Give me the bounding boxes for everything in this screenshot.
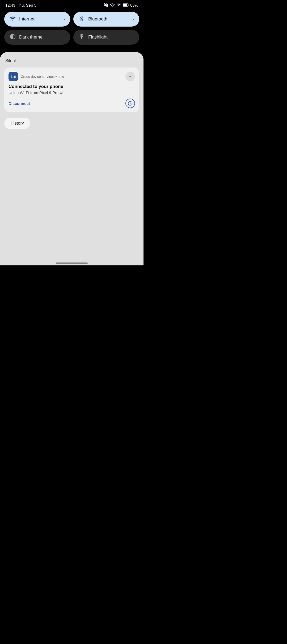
notification-card: Cross-device services • now Connected to… — [4, 67, 139, 112]
flashlight-icon — [79, 33, 85, 41]
notif-body: Using Wi-Fi from Pixel 9 Pro XL — [9, 90, 135, 95]
dark-theme-icon — [10, 33, 16, 41]
qs-tile-bluetooth[interactable]: Bluetooth › — [73, 12, 139, 27]
notification-panel: Silent Cross-device services • now Conne… — [0, 52, 144, 259]
cross-device-icon — [9, 72, 18, 81]
notif-source: Cross-device services • now — [21, 75, 123, 79]
quick-settings: Internet › Bluetooth › Dark theme — [0, 10, 144, 52]
qs-row-2: Dark theme Flashlight — [4, 30, 139, 45]
home-bar — [56, 262, 88, 264]
internet-chevron: › — [64, 17, 65, 22]
silent-label: Silent — [4, 58, 139, 63]
qs-tile-flashlight[interactable]: Flashlight — [73, 30, 139, 45]
dark-theme-label: Dark theme — [19, 35, 43, 40]
wifi-icon — [10, 15, 16, 23]
signal-icon — [116, 3, 121, 7]
qs-row-1: Internet › Bluetooth › — [4, 12, 139, 27]
status-bar: 12:43 Thu, Sep 5 83% — [0, 0, 144, 10]
notif-expand-button[interactable] — [125, 72, 135, 81]
qs-tile-internet[interactable]: Internet › — [4, 12, 70, 27]
battery-percentage: 83% — [130, 3, 138, 7]
mute-icon — [104, 3, 108, 7]
bluetooth-label: Bluetooth — [88, 16, 107, 22]
bluetooth-chevron: › — [133, 17, 134, 22]
notif-title: Connected to your phone — [9, 84, 135, 89]
disconnect-button[interactable]: Disconnect — [9, 101, 30, 106]
home-indicator — [0, 259, 144, 265]
bluetooth-icon — [79, 15, 85, 23]
status-time: 12:43 — [5, 3, 15, 7]
wifi-status-icon — [110, 3, 115, 7]
qs-tile-dark-theme[interactable]: Dark theme — [4, 30, 70, 45]
internet-label: Internet — [19, 16, 35, 22]
status-bar-left: 12:43 Thu, Sep 5 — [5, 3, 36, 7]
status-bar-right: 83% — [104, 3, 138, 7]
svg-rect-2 — [123, 4, 127, 6]
svg-rect-1 — [128, 4, 129, 6]
history-button[interactable]: History — [4, 118, 30, 129]
notif-header: Cross-device services • now — [9, 72, 135, 81]
flashlight-label: Flashlight — [88, 35, 108, 40]
status-date: Thu, Sep 5 — [17, 3, 36, 7]
notif-actions: Disconnect — [9, 99, 135, 108]
battery-icon — [123, 3, 129, 7]
snooze-button[interactable] — [125, 99, 135, 108]
